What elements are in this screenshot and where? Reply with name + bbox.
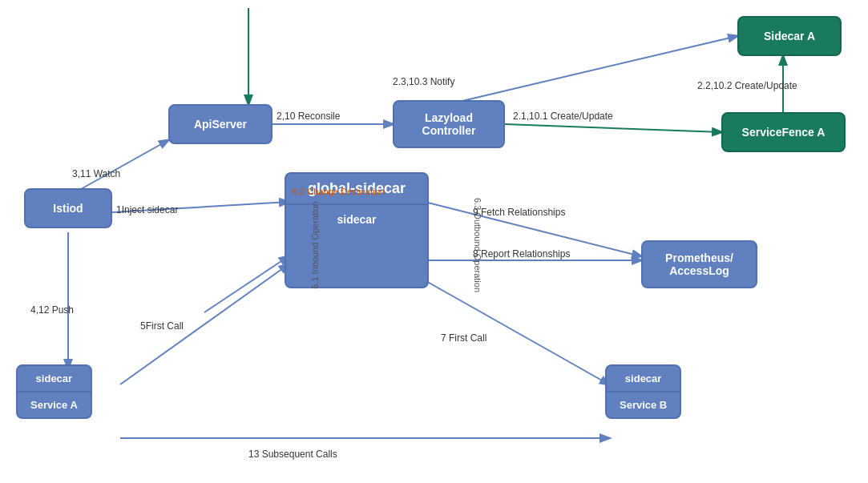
istiod-node: Istiod bbox=[24, 188, 112, 228]
prometheus-node: Prometheus/AccessLog bbox=[641, 240, 757, 288]
sidecar-a-label: Sidecar A bbox=[764, 30, 815, 42]
sidecar-a-bottom-label: sidecar bbox=[16, 364, 92, 392]
watch-label: 3,11 Watch bbox=[72, 168, 120, 179]
prometheus-label: Prometheus/AccessLog bbox=[665, 252, 733, 277]
report-label: 8 Report Relationships bbox=[473, 248, 570, 260]
apiserver-node: ApiServer bbox=[168, 104, 273, 144]
svg-line-2 bbox=[505, 124, 721, 132]
diagram: Sidecar A ServiceFence A ApiServer Lazyl… bbox=[0, 0, 868, 483]
lazyload-label: LazyloadController bbox=[422, 111, 476, 137]
notify-label: 2.3,10.3 Notify bbox=[393, 76, 454, 87]
first-call-7-label: 7 First Call bbox=[441, 332, 486, 344]
fetch-label: 9 Fetch Relationships bbox=[473, 207, 565, 218]
service-b-label: Service B bbox=[605, 392, 681, 419]
servicefence-a-node: ServiceFence A bbox=[721, 112, 846, 152]
inbound-label: 6.1 Inbound Operation bbox=[310, 201, 320, 288]
inject-label: 1Inject sidecar bbox=[116, 204, 178, 215]
sidecar-a-node: Sidecar A bbox=[737, 16, 842, 56]
reconcile-label: 2,10 Reconsile bbox=[277, 111, 340, 122]
subsequent-label: 13 Subsequent Calls bbox=[248, 449, 337, 460]
istiod-label: Istiod bbox=[53, 202, 83, 215]
service-a-label: Service A bbox=[16, 392, 92, 419]
svg-line-4 bbox=[449, 36, 737, 104]
create-update-2-label: 2.2,10.2 Create/Update bbox=[697, 80, 797, 91]
change-dest-label: 6.2 Change Destination bbox=[293, 187, 385, 196]
service-a-stack: sidecar Service A bbox=[16, 364, 92, 419]
first-call-5-label: 5First Call bbox=[140, 320, 184, 332]
lazyload-node: LazyloadController bbox=[393, 100, 505, 148]
sidecar-b-label: sidecar bbox=[605, 364, 681, 392]
create-update-1-label: 2.1,10.1 Create/Update bbox=[513, 111, 613, 122]
apiserver-label: ApiServer bbox=[194, 118, 247, 131]
service-b-stack: sidecar Service B bbox=[605, 364, 681, 419]
push-label: 4,12 Push bbox=[30, 304, 74, 316]
servicefence-a-label: ServiceFence A bbox=[742, 126, 826, 139]
sidecar-mid-label: sidecar bbox=[286, 205, 427, 234]
svg-line-12 bbox=[204, 256, 289, 312]
